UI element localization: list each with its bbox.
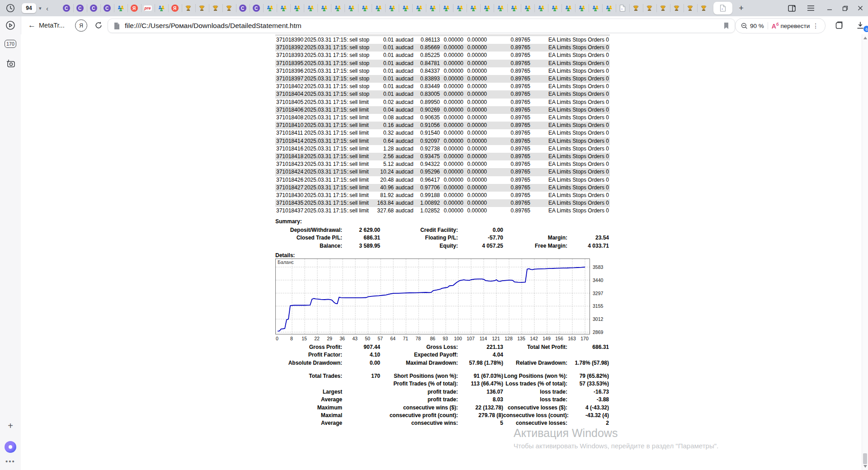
people-favicon-tab[interactable] <box>114 0 127 16</box>
people-favicon-tab[interactable] <box>155 0 168 16</box>
people-favicon-tab[interactable] <box>263 0 277 16</box>
people-favicon-tab[interactable] <box>344 0 358 16</box>
stat-cell: Deposit/Withdrawal: <box>275 226 342 234</box>
back-button[interactable]: ← MetaTr... <box>28 16 65 34</box>
trophy-favicon-tab[interactable] <box>182 0 195 16</box>
order-row: 3710183902025.03.31 17:15:10sell stop0.0… <box>275 36 610 44</box>
stat-cell: -3.88 <box>567 396 609 404</box>
people-favicon-tab[interactable] <box>602 0 616 16</box>
people-favicon-tab[interactable] <box>412 0 426 16</box>
people-favicon-tab[interactable] <box>467 0 480 16</box>
people-favicon-tab[interactable] <box>290 0 304 16</box>
broker-favicon-tab[interactable]: C <box>60 0 73 16</box>
people-favicon-tab[interactable] <box>575 0 589 16</box>
reload-icon[interactable] <box>94 16 103 34</box>
y-tick-label: 3155 <box>593 303 603 309</box>
stat-cell: Profit Factor: <box>275 351 342 359</box>
yandex-favicon-tab[interactable]: Я <box>168 0 182 16</box>
active-tab[interactable] <box>713 2 732 14</box>
people-favicon-tab[interactable] <box>304 0 317 16</box>
downloads-button[interactable]: 6 <box>853 16 868 34</box>
zoom-level: 90 % <box>750 23 764 29</box>
trophy-favicon-tab[interactable] <box>643 0 656 16</box>
stat-cell: Equity: <box>380 242 458 250</box>
video-panel-icon[interactable] <box>0 20 21 31</box>
scroll-down-icon[interactable] <box>863 465 867 468</box>
tab-counter[interactable]: 94 ▾ <box>22 3 42 13</box>
details-title: Details: <box>275 252 295 258</box>
people-favicon-tab[interactable] <box>331 0 344 16</box>
people-favicon-tab[interactable] <box>480 0 494 16</box>
translate-button[interactable]: Аб перевести <box>772 23 810 29</box>
doc-favicon-tab[interactable] <box>616 0 629 16</box>
history-icon[interactable] <box>0 0 21 16</box>
kebab-menu-icon[interactable]: ⋮ <box>812 22 819 29</box>
trophy-favicon-tab[interactable] <box>629 0 643 16</box>
tab-bar: 94 ▾ ‹ CCCCЯpreЯCC + <box>0 0 868 16</box>
zoom-control[interactable]: 90 % <box>741 23 764 29</box>
yandex-search-icon[interactable]: Я <box>75 19 87 32</box>
yandex-favicon-tab[interactable]: Я <box>127 0 141 16</box>
people-favicon-tab[interactable] <box>439 0 453 16</box>
people-favicon-tab[interactable] <box>521 0 534 16</box>
broker-favicon-tab[interactable]: C <box>87 0 100 16</box>
people-favicon-tab[interactable] <box>372 0 385 16</box>
people-favicon-tab[interactable] <box>507 0 521 16</box>
people-favicon-tab[interactable] <box>561 0 575 16</box>
vertical-scrollbar[interactable] <box>862 34 868 470</box>
broker-favicon-tab[interactable]: C <box>236 0 250 16</box>
trophy-favicon-tab[interactable] <box>195 0 209 16</box>
url-field[interactable]: file:///C:/Users/Роман/Downloads/Detaile… <box>108 19 735 33</box>
close-button[interactable] <box>853 0 868 16</box>
scrollbar-thumb[interactable] <box>863 453 867 464</box>
minimize-button[interactable] <box>822 0 837 16</box>
people-favicon-tab[interactable] <box>589 0 602 16</box>
x-tick-label: 43 <box>352 336 358 341</box>
bookmark-icon[interactable] <box>723 22 729 29</box>
broker-favicon-tab[interactable]: C <box>250 0 263 16</box>
trophy-favicon-tab[interactable] <box>656 0 670 16</box>
tab-scroll-left-icon[interactable]: ‹ <box>42 0 53 16</box>
order-row: 3710184142025.03.31 17:15:18sell limit0.… <box>275 137 610 145</box>
people-favicon-tab[interactable] <box>277 0 290 16</box>
y-tick-label: 3440 <box>593 277 603 283</box>
order-row: 3710184022025.03.31 17:15:14sell stop0.0… <box>275 83 610 90</box>
sidebar-add-icon[interactable]: + <box>0 421 21 431</box>
screenshot-icon[interactable] <box>0 58 21 69</box>
stat-cell: profit trade: <box>380 396 458 404</box>
new-tab-button[interactable]: + <box>735 2 748 14</box>
collections-icon[interactable] <box>832 16 847 34</box>
pre-favicon-tab[interactable]: pre <box>141 0 155 16</box>
people-favicon-tab[interactable] <box>317 0 331 16</box>
alice-icon[interactable] <box>0 441 21 453</box>
people-favicon-tab[interactable] <box>426 0 439 16</box>
stat-cell: Credit Facility: <box>380 226 458 234</box>
trophy-favicon-tab[interactable] <box>697 0 711 16</box>
stat-cell: Loss trades (% of total): <box>503 380 567 388</box>
x-tick-label: 107 <box>467 336 475 341</box>
stat-cell: 4 (-43.32) <box>567 404 609 412</box>
broker-favicon-tab[interactable]: C <box>100 0 114 16</box>
tab-count-badge[interactable]: 170 <box>0 40 21 48</box>
trophy-favicon-tab[interactable] <box>684 0 697 16</box>
order-row: 3710184242025.03.31 17:15:21sell limit10… <box>275 168 610 176</box>
order-row: 3710184112025.03.31 17:15:17sell limit0.… <box>275 129 610 137</box>
trophy-favicon-tab[interactable] <box>670 0 684 16</box>
restore-button[interactable] <box>837 0 853 16</box>
people-favicon-tab[interactable] <box>453 0 467 16</box>
people-favicon-tab[interactable] <box>385 0 399 16</box>
people-favicon-tab[interactable] <box>548 0 561 16</box>
menu-icon[interactable] <box>804 0 817 16</box>
people-favicon-tab[interactable] <box>494 0 507 16</box>
people-favicon-tab[interactable] <box>399 0 412 16</box>
sidebar-more-icon[interactable]: ••• <box>0 457 21 465</box>
people-favicon-tab[interactable] <box>534 0 548 16</box>
stat-cell: Maximal Drawdown: <box>380 359 458 367</box>
side-panel-icon[interactable] <box>785 0 798 16</box>
trophy-favicon-tab[interactable] <box>222 0 236 16</box>
x-tick-label: 64 <box>390 336 396 341</box>
broker-favicon-tab[interactable]: C <box>73 0 87 16</box>
scroll-up-icon[interactable] <box>863 37 867 39</box>
trophy-favicon-tab[interactable] <box>209 0 222 16</box>
people-favicon-tab[interactable] <box>358 0 372 16</box>
